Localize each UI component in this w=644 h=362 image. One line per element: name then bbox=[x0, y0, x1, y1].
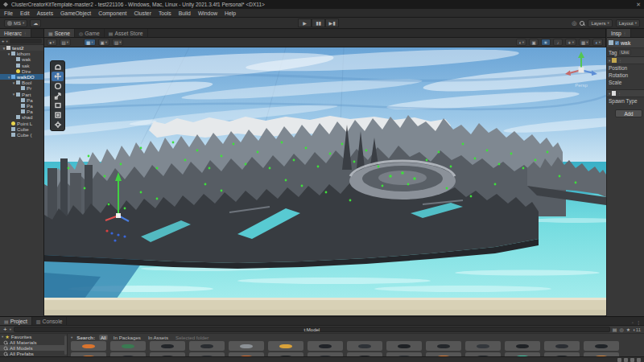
hierarchy-item-pa[interactable]: Pa bbox=[0, 97, 43, 103]
orientation-gizmo[interactable]: Persp bbox=[563, 49, 600, 91]
hierarchy-item-dire[interactable]: Dire bbox=[0, 68, 43, 74]
hierarchy-item-cube[interactable]: Cube ( bbox=[0, 132, 43, 138]
layers-dropdown[interactable]: Layers ▾ bbox=[588, 19, 612, 27]
rect-tool-button[interactable] bbox=[52, 101, 64, 110]
asset-tile[interactable] bbox=[426, 341, 461, 351]
menu-file[interactable]: File bbox=[4, 10, 13, 16]
draw-mode-dropdown[interactable]: ●▾ bbox=[47, 39, 57, 46]
view-tool-button[interactable] bbox=[52, 62, 64, 72]
menu-gameobject[interactable]: GameObject bbox=[60, 10, 91, 16]
asset-tile[interactable] bbox=[465, 341, 501, 351]
view-options-dropdown[interactable]: ▦▾ bbox=[84, 39, 95, 46]
tag-dropdown[interactable]: Unt bbox=[618, 49, 630, 56]
asset-tile[interactable] bbox=[584, 341, 619, 351]
progress-icon[interactable] bbox=[630, 358, 634, 362]
gizmos-dropdown[interactable]: ◐▾ bbox=[592, 39, 603, 46]
tab-asset-store[interactable]: ▤Asset Store bbox=[105, 29, 148, 37]
transform-component-header[interactable]: ▾ ⋮ bbox=[607, 56, 644, 64]
hierarchy-item-bool[interactable]: ▾Bool bbox=[0, 80, 43, 85]
hierarchy-item-kihom[interactable]: ▾kihom bbox=[0, 51, 43, 56]
asset-tile[interactable] bbox=[110, 341, 146, 351]
menu-build[interactable]: Build bbox=[179, 10, 191, 16]
hierarchy-search-input[interactable] bbox=[10, 39, 42, 43]
tab-scene[interactable]: ▦Scene bbox=[44, 29, 75, 37]
effects-dropdown[interactable]: ∗▾ bbox=[565, 39, 576, 46]
active-checkbox[interactable]: ✓ bbox=[615, 41, 619, 45]
hierarchy-item-walkdo[interactable]: ▾walkDO bbox=[0, 74, 43, 80]
rotate-tool-button[interactable] bbox=[52, 81, 64, 91]
visibility-dropdown[interactable]: ▦▾ bbox=[579, 39, 590, 46]
tab-game[interactable]: ◎Game bbox=[75, 29, 105, 37]
scale-tool-button[interactable] bbox=[52, 91, 64, 101]
scope-in-assets[interactable]: In Assets bbox=[147, 335, 170, 340]
menu-edit[interactable]: Edit bbox=[20, 10, 30, 16]
account-button[interactable]: MS ▾ bbox=[4, 19, 27, 27]
asset-tile[interactable] bbox=[544, 341, 580, 351]
menu-assets[interactable]: Assets bbox=[37, 10, 53, 16]
console-status-icon[interactable] bbox=[637, 358, 641, 362]
render-doc-dropdown[interactable]: ◐▾ bbox=[516, 39, 526, 46]
add-component-button[interactable]: Add bbox=[615, 109, 642, 117]
transform-rotation-row[interactable]: Rotation bbox=[607, 72, 644, 79]
menu-component[interactable]: Component bbox=[98, 10, 126, 16]
transform-tool-button[interactable] bbox=[52, 110, 64, 120]
asset-tile[interactable] bbox=[150, 341, 185, 351]
create-asset-button[interactable]: + bbox=[3, 326, 7, 333]
code-coverage-icon[interactable] bbox=[624, 358, 628, 362]
hierarchy-item-shad[interactable]: shad bbox=[0, 114, 43, 120]
hierarchy-item-pa[interactable]: Pa bbox=[0, 103, 43, 109]
scene-audio-toggle[interactable]: ♪ bbox=[553, 39, 563, 46]
asset-tile[interactable] bbox=[71, 341, 106, 351]
asset-tile[interactable] bbox=[505, 341, 540, 351]
spawn-type-field[interactable]: Spawn Type bbox=[607, 97, 644, 105]
scope-in-packages[interactable]: In Packages bbox=[112, 335, 142, 340]
cache-server-icon[interactable] bbox=[617, 358, 621, 362]
hierarchy-item-part[interactable]: ▾Part bbox=[0, 92, 43, 97]
snap-settings-button[interactable]: ▤▾ bbox=[112, 39, 123, 46]
close-icon[interactable]: ✕ bbox=[636, 2, 641, 8]
services-icon[interactable]: ◎ bbox=[572, 20, 576, 27]
tab-project[interactable]: ▤ Project bbox=[0, 317, 32, 325]
debug-mode-dropdown[interactable]: ▤▾ bbox=[60, 39, 71, 46]
object-name[interactable]: wak bbox=[621, 40, 630, 46]
transform-position-row[interactable]: Position bbox=[607, 64, 644, 72]
menu-window[interactable]: Window bbox=[198, 10, 217, 16]
step-button[interactable]: ▶▮ bbox=[325, 19, 339, 27]
add-object-button[interactable]: + bbox=[2, 39, 5, 43]
scope-selected-folder[interactable]: Selected folder bbox=[174, 335, 210, 340]
persp-label[interactable]: Persp bbox=[563, 83, 600, 88]
asset-tile[interactable] bbox=[229, 341, 264, 351]
menu-cluster[interactable]: Cluster bbox=[134, 10, 151, 16]
hierarchy-item-pointl[interactable]: Point L bbox=[0, 120, 43, 125]
search-by-label-icon[interactable]: ◎ bbox=[620, 327, 624, 332]
asset-tile[interactable] bbox=[268, 341, 303, 351]
project-search-input[interactable]: t:Model bbox=[14, 327, 610, 332]
hierarchy-item-cube[interactable]: Cube bbox=[0, 126, 43, 132]
favorite-all-models[interactable]: All Models bbox=[0, 345, 67, 351]
transform-scale-row[interactable]: Scale bbox=[607, 79, 644, 86]
scene-viewport[interactable]: Persp bbox=[44, 47, 606, 315]
play-button[interactable]: ▶ bbox=[298, 19, 312, 27]
tab-hierarchy[interactable]: Hierarc ⋮ bbox=[0, 29, 31, 37]
asset-tile[interactable] bbox=[308, 341, 343, 351]
menu-help[interactable]: Help bbox=[225, 10, 236, 16]
search-icon[interactable] bbox=[580, 21, 584, 26]
hierarchy-item-pr[interactable]: Pr bbox=[0, 85, 43, 91]
scope-all[interactable]: All bbox=[99, 335, 108, 340]
asset-tile[interactable] bbox=[189, 341, 225, 351]
cloud-collab-button[interactable]: ☁ bbox=[30, 19, 41, 27]
asset-tile[interactable] bbox=[386, 341, 422, 351]
custom-tool-button[interactable] bbox=[52, 120, 64, 130]
folder-scrollbar[interactable] bbox=[64, 335, 67, 355]
grid-visibility-dropdown[interactable]: ▣▾ bbox=[98, 39, 109, 46]
lock-icon[interactable]: ◦ bbox=[632, 320, 634, 325]
search-by-type-icon[interactable]: ▤ bbox=[613, 327, 617, 332]
hidden-count-badge[interactable]: ◐11 bbox=[633, 327, 641, 332]
script-component-header[interactable]: ▾ ⋮ bbox=[607, 89, 644, 97]
save-search-icon[interactable]: ★ bbox=[626, 327, 630, 332]
hierarchy-item-sak[interactable]: sak bbox=[0, 63, 43, 68]
favorites-header[interactable]: ▾ ★ Favorites bbox=[0, 334, 67, 339]
tab-console[interactable]: ▥ Console bbox=[32, 317, 68, 325]
hierarchy-item-wak[interactable]: wak bbox=[0, 56, 43, 62]
menu-tools[interactable]: Tools bbox=[159, 10, 171, 16]
